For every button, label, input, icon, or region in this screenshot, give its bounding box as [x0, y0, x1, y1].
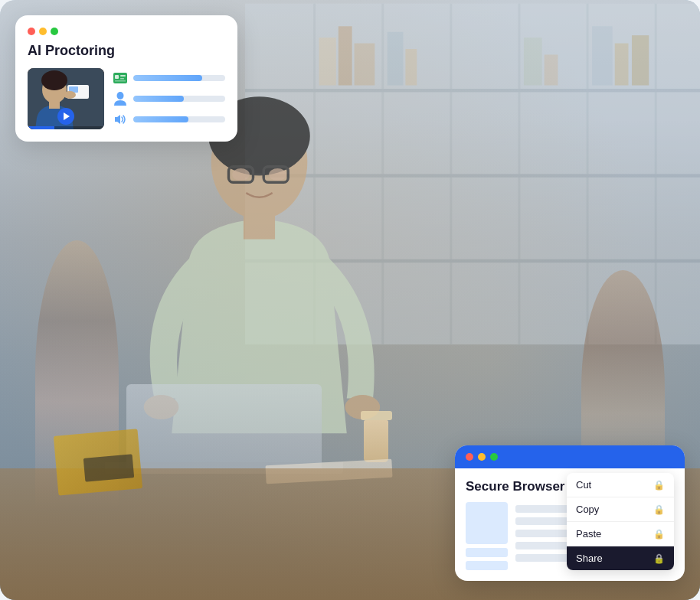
dot-red[interactable] [28, 28, 35, 35]
svg-point-28 [232, 168, 250, 181]
svg-rect-18 [615, 44, 629, 86]
menu-item-share-label: Share [576, 553, 603, 564]
svg-rect-39 [120, 75, 126, 77]
lock-icon-share: 🔒 [653, 553, 665, 564]
laptop [126, 384, 322, 468]
svg-rect-19 [632, 35, 649, 85]
dot-green[interactable] [51, 28, 58, 35]
svg-rect-33 [49, 101, 60, 109]
menu-item-paste[interactable]: Paste 🔒 [567, 522, 674, 546]
lock-icon-cut: 🔒 [653, 480, 665, 491]
svg-rect-15 [524, 38, 542, 85]
browser-dot-green[interactable] [490, 453, 498, 461]
svg-rect-41 [115, 80, 126, 82]
progress-row-id [113, 71, 225, 85]
dark-item [83, 454, 133, 482]
id-card-icon [113, 71, 127, 85]
browser-header [455, 445, 685, 468]
speaker-icon [113, 112, 127, 126]
audio-progress-bar-bg [133, 116, 225, 122]
svg-point-29 [269, 168, 286, 181]
menu-item-cut-label: Cut [576, 479, 591, 491]
secure-browser-widget: Secure Browser ↖ Cut 🔒 [455, 445, 685, 581]
play-icon [64, 112, 70, 120]
menu-item-share[interactable]: Share 🔒 [567, 546, 674, 570]
ai-proctoring-widget: AI Proctoring [15, 15, 237, 142]
browser-dot-red[interactable] [466, 453, 473, 461]
svg-rect-27 [244, 214, 275, 240]
window-dots [28, 28, 225, 35]
svg-point-32 [41, 70, 67, 90]
svg-rect-38 [115, 75, 119, 79]
progress-row-audio [113, 112, 225, 126]
svg-point-42 [117, 92, 124, 99]
ai-proctoring-title: AI Proctoring [28, 43, 225, 59]
menu-item-paste-label: Paste [576, 528, 601, 540]
sidebar-block-main [466, 502, 508, 544]
svg-rect-16 [545, 54, 558, 85]
svg-point-36 [64, 91, 76, 99]
video-progress-bg [28, 126, 104, 129]
lock-icon-paste: 🔒 [653, 529, 665, 540]
svg-rect-17 [592, 26, 613, 85]
progress-row-person [113, 92, 225, 106]
id-progress-bar-bg [133, 75, 225, 81]
context-menu: Cut 🔒 Copy 🔒 Paste 🔒 Share 🔒 [567, 473, 674, 570]
video-progress-fill [28, 126, 54, 129]
video-thumbnail[interactable] [28, 68, 104, 129]
play-button[interactable] [57, 108, 74, 125]
menu-item-cut[interactable]: Cut 🔒 [567, 473, 674, 497]
widget-content [28, 68, 225, 129]
id-progress-bar-fill [133, 75, 202, 81]
menu-item-copy[interactable]: Copy 🔒 [567, 497, 674, 522]
sidebar-block-2 [466, 561, 508, 570]
sidebar-block-1 [466, 548, 508, 557]
browser-content-area: ↖ Cut 🔒 Copy 🔒 Paste 🔒 Share 🔒 [455, 502, 685, 581]
progress-bars [113, 68, 225, 129]
browser-sidebar [466, 502, 508, 570]
person-icon [113, 92, 127, 106]
menu-item-copy-label: Copy [576, 504, 599, 515]
audio-progress-bar-fill [133, 116, 188, 122]
person-progress-bar-fill [133, 96, 184, 102]
cup-lid [361, 411, 392, 420]
person-progress-bar-bg [133, 96, 225, 102]
dot-yellow[interactable] [39, 28, 47, 35]
browser-dot-yellow[interactable] [478, 453, 486, 461]
svg-rect-40 [120, 78, 124, 80]
coffee-cup [364, 420, 388, 462]
lock-icon-copy: 🔒 [653, 504, 665, 515]
